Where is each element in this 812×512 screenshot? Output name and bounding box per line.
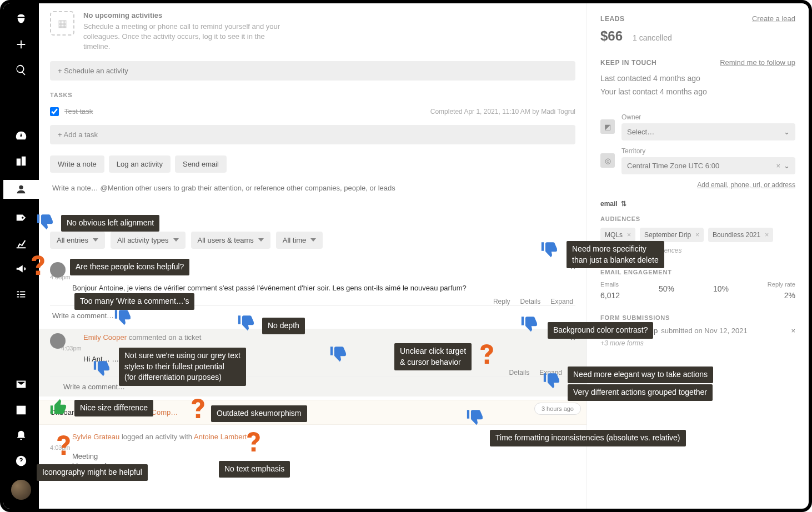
entry-body: Bonjour Antoine, je viens de vérifier co… — [72, 284, 575, 292]
main-column: ▦ No upcoming activities Schedule a meet… — [39, 3, 587, 509]
entry-author[interactable]: Sylvie Grateau — [72, 433, 119, 441]
comment-input[interactable] — [50, 305, 575, 325]
calendar-placeholder-icon: ▦ — [50, 11, 74, 36]
entry-author[interactable]: Emily Cooper — [83, 333, 127, 342]
entry-body: Hi Ant… …e …s up from me. — [83, 355, 575, 363]
leads-count: 1 cancelled — [633, 33, 672, 42]
eng-reply: 2% — [768, 291, 795, 300]
search-icon[interactable] — [14, 63, 28, 77]
remove-form-icon[interactable]: × — [791, 327, 795, 335]
person-icon[interactable] — [3, 180, 39, 199]
leads-label: LEADS — [600, 15, 625, 23]
territory-field: ◎ Territory Central Time Zone UTC 6:00×⌄ — [600, 147, 795, 174]
owner-label: Owner — [621, 113, 795, 121]
leads-amount: $66 — [600, 28, 623, 44]
audience-tag: MQLs× — [600, 228, 635, 242]
side-panel: LEADSCreate a lead $661 cancelled KEEP I… — [587, 3, 809, 509]
tab-send-email[interactable]: Send email — [175, 155, 227, 173]
empty-desc: Schedule a meeting or phone call to remi… — [83, 22, 283, 52]
megaphone-icon[interactable] — [14, 262, 28, 275]
expand-action[interactable]: Expand — [550, 298, 573, 305]
timeline-entry: × 4:03pm Bonjour Antoine, je viens de vé… — [50, 258, 575, 325]
schedule-activity-button[interactable]: + Schedule an activity — [50, 61, 575, 81]
tag-icon[interactable] — [14, 211, 28, 224]
kit-label: KEEP IN TOUCH — [600, 59, 656, 67]
composer-tabs: Write a note Log an activity Send email — [50, 155, 575, 173]
entry-time: 4:03pm — [50, 274, 575, 280]
acorn-icon[interactable] — [14, 12, 28, 26]
calendar-icon[interactable] — [14, 403, 28, 416]
remove-tag-icon[interactable]: × — [627, 231, 631, 239]
territory-label: Territory — [621, 147, 795, 155]
timeline-filters: All entries All activity types All users… — [50, 232, 575, 249]
forms-more: +3 more forms — [600, 339, 795, 347]
form-row: Newsletter signup submitted on Nov 12, 2… — [600, 327, 795, 335]
tab-log-activity[interactable]: Log an activity — [109, 155, 171, 173]
filter-activity-types[interactable]: All activity types — [111, 232, 185, 249]
eng-val: 50% — [659, 284, 674, 293]
filter-users[interactable]: All users & teams — [191, 232, 270, 249]
audience-tag: Boundless 2021× — [708, 228, 773, 242]
relative-time: 3 hours ago — [534, 403, 581, 415]
company-link[interactable]: The Manko Comp… — [113, 408, 178, 416]
tab-write-note[interactable]: Write a note — [50, 155, 104, 173]
task-meta: Completed Apr 1, 2021, 11:10 AM by Madi … — [430, 108, 575, 116]
owner-select[interactable]: Select…⌄ — [621, 123, 795, 140]
list-icon[interactable] — [14, 288, 28, 301]
eng-val: 10% — [713, 284, 729, 293]
owner-icon: ◩ — [600, 119, 615, 134]
last-contacted: Last contacted 4 months ago — [600, 72, 795, 86]
expand-action[interactable]: Expand — [539, 369, 562, 377]
audience-tag: September Drip× — [640, 228, 704, 242]
timeline-entry: × Emily Cooper commented on a ticket 4:0… — [39, 329, 587, 396]
company-icon[interactable] — [14, 154, 28, 168]
create-lead-link[interactable]: Create a lead — [752, 14, 795, 23]
timeline-entry: × Sylvie Grateau logged an activity with… — [50, 428, 575, 470]
remove-tag-icon[interactable]: × — [695, 231, 699, 239]
mail-icon[interactable] — [14, 378, 28, 391]
close-icon[interactable]: × — [570, 262, 575, 272]
person-link[interactable]: Antoine Lambert — [194, 433, 247, 441]
task-row: Test task Completed Apr 1, 2021, 11:10 A… — [50, 104, 575, 119]
tasks-label: TASKS — [50, 92, 575, 98]
comment-input[interactable] — [50, 377, 575, 396]
close-icon[interactable]: × — [570, 333, 575, 343]
details-action[interactable]: Details — [520, 298, 541, 305]
dashboard-icon[interactable] — [14, 129, 28, 142]
entry-time: 4:03pm — [50, 444, 575, 451]
remind-link[interactable]: Remind me to follow up — [720, 58, 795, 67]
eng-emails: 6,012 — [600, 291, 620, 300]
filter-entries[interactable]: All entries — [50, 232, 105, 249]
your-last-contact: Your last contact 4 months ago — [600, 86, 795, 99]
note-input[interactable] — [50, 179, 575, 197]
filter-time[interactable]: All time — [276, 232, 323, 249]
forms-label: FORM SUBMISSIONS — [600, 314, 795, 321]
entry-sub: Meeting — [72, 452, 575, 460]
task-name: Test task — [64, 107, 93, 116]
timeline-entry: 3 hours ago Onboarding moved The Manko C… — [39, 400, 587, 425]
empty-activities: ▦ No upcoming activities Schedule a meet… — [50, 9, 575, 61]
add-task-button[interactable]: + Add a task — [50, 125, 575, 144]
audiences-note: +2 unsubscribed audiences — [600, 247, 795, 254]
help-icon[interactable] — [14, 454, 28, 468]
user-avatar[interactable] — [11, 480, 31, 500]
task-checkbox[interactable] — [50, 107, 59, 116]
add-contact-link[interactable]: Add email, phone, url, or address — [600, 181, 795, 189]
territory-icon: ◎ — [600, 153, 615, 168]
event-text: Onboarding moved — [50, 408, 113, 416]
email-header[interactable]: email ⇅ — [600, 200, 795, 208]
audiences-label: AUDIENCES — [600, 215, 795, 222]
details-action[interactable]: Details — [509, 369, 530, 377]
remove-tag-icon[interactable]: × — [765, 231, 769, 239]
avatar-icon — [50, 333, 66, 349]
reply-action[interactable]: Reply — [493, 298, 510, 305]
entry-body: bien passé — [72, 461, 575, 470]
bell-icon[interactable] — [14, 429, 28, 442]
territory-select[interactable]: Central Time Zone UTC 6:00×⌄ — [621, 157, 795, 174]
close-icon[interactable]: × — [570, 433, 575, 443]
chart-icon[interactable] — [14, 237, 28, 250]
engagement-label: EMAIL ENGAGEMENT — [600, 269, 795, 275]
owner-field: ◩ Owner Select…⌄ — [600, 113, 795, 140]
empty-title: No upcoming activities — [83, 11, 283, 19]
plus-icon[interactable] — [14, 38, 28, 51]
